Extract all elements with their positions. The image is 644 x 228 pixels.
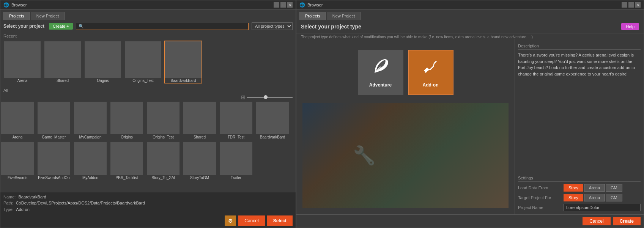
- select-button[interactable]: Select: [267, 215, 293, 226]
- recent-thumb-arena: [4, 41, 41, 78]
- size-slider[interactable]: [247, 97, 293, 98]
- right-subtitle: The project type defines what kind of mo…: [296, 33, 644, 39]
- wrench-icon: [422, 58, 440, 79]
- type-card-adventure[interactable]: Adventure: [358, 50, 403, 95]
- close-btn-right[interactable]: ✕: [635, 2, 641, 8]
- tab-new-project-right[interactable]: New Project: [327, 12, 361, 20]
- window-controls-left: ─ □ ✕: [274, 2, 293, 8]
- thumb-trailer: [220, 142, 252, 175]
- maximize-btn-right[interactable]: □: [628, 2, 634, 8]
- preview-overlay-icon: 🔧: [353, 145, 376, 166]
- all-section-label: All: [0, 86, 296, 93]
- description-section-label: Description: [518, 44, 641, 50]
- info-bar: Name: BaardvarkBard Path: C:/Develop/Dev…: [0, 192, 296, 214]
- right-main-content: Select your project type Help The projec…: [296, 20, 644, 228]
- close-btn-left[interactable]: ✕: [287, 2, 293, 8]
- project-arena[interactable]: Arena: [0, 101, 35, 140]
- target-gm-btn[interactable]: GM: [606, 194, 622, 201]
- left-main-content: Select your project Create + 🔍 All proje…: [0, 20, 296, 228]
- path-value: C:/Develop/Dev/LSProjects/Apps/DOS2/Data…: [16, 201, 145, 205]
- preview-background: 🔧: [302, 103, 509, 208]
- thumb-storytogm: [183, 142, 216, 175]
- search-icon: 🔍: [79, 24, 84, 29]
- search-input[interactable]: [85, 24, 246, 28]
- project-game-master[interactable]: Game_Master: [37, 101, 71, 140]
- project-trailer[interactable]: Trailer: [219, 142, 253, 181]
- thumb-fiveswords: [1, 142, 34, 175]
- recent-thumb-shared: [44, 41, 81, 78]
- recent-project-baardvark[interactable]: BaardvarkBard: [164, 41, 202, 83]
- label-origins: Origins: [121, 135, 133, 139]
- project-fiveswords[interactable]: FiveSwords: [0, 142, 35, 181]
- cancel-button-right[interactable]: Cancel: [583, 217, 610, 225]
- project-type-area: Adventure Add-on: [296, 39, 515, 214]
- project-origins-test[interactable]: Origins_Test: [146, 101, 180, 140]
- project-pbr-tacklist[interactable]: PBR_Tacklist: [110, 142, 144, 181]
- tab-projects-left[interactable]: Projects: [3, 12, 30, 20]
- project-shared[interactable]: Shared: [183, 101, 217, 140]
- label-story-to-gm: Story_To_GM: [151, 176, 175, 180]
- thumb-tdr-test: [220, 102, 252, 134]
- right-bottom-bar: Cancel Create: [296, 214, 644, 228]
- label-myaddon: MyAddon: [82, 176, 98, 180]
- thumb-mycampaign: [74, 102, 107, 134]
- minimize-btn-left[interactable]: ─: [274, 2, 279, 8]
- tab-projects-right[interactable]: Projects: [299, 12, 326, 20]
- maximize-btn-left[interactable]: □: [280, 2, 286, 8]
- size-slider-row: ⊞: [0, 93, 296, 101]
- thumb-story-to-gm: [147, 142, 180, 175]
- project-type-filter[interactable]: All project types: [252, 22, 293, 30]
- label-origins-test: Origins_Test: [153, 135, 174, 139]
- project-name-label: Project Name: [518, 205, 564, 210]
- project-story-to-gm[interactable]: Story_To_GM: [146, 142, 180, 181]
- recent-project-origins[interactable]: Origins: [84, 41, 122, 83]
- grid-icon: ⊞: [241, 94, 246, 100]
- cancel-button-left[interactable]: Cancel: [238, 215, 265, 226]
- load-gm-btn[interactable]: GM: [606, 184, 622, 192]
- minimize-btn-right[interactable]: ─: [622, 2, 627, 8]
- recent-thumb-baardvark: [165, 41, 202, 78]
- type-card-addon[interactable]: Add-on: [408, 50, 453, 95]
- thumb-pbr-tacklist: [110, 142, 143, 175]
- project-mycampaign[interactable]: MyCampaign: [73, 101, 107, 140]
- type-value: Add-on: [16, 207, 29, 212]
- window-controls-right: ─ □ ✕: [622, 2, 641, 8]
- project-myaddon[interactable]: MyAddon: [73, 142, 107, 181]
- right-tab-bar: Projects New Project: [296, 9, 644, 20]
- target-arena-btn[interactable]: Arena: [584, 194, 605, 201]
- settings-button[interactable]: ⚙: [225, 215, 236, 226]
- load-arena-btn[interactable]: Arena: [584, 184, 605, 192]
- create-button[interactable]: Create +: [49, 23, 73, 30]
- settings-section-label: Settings: [518, 176, 641, 182]
- label-trailer: Trailer: [231, 176, 241, 180]
- project-storytogm[interactable]: StoryToGM: [183, 142, 217, 181]
- label-pbr-tacklist: PBR_Tacklist: [116, 176, 138, 180]
- load-story-btn[interactable]: Story: [564, 184, 583, 192]
- type-options: Adventure Add-on: [299, 42, 512, 103]
- recent-label-arena: Arena: [17, 79, 28, 83]
- recent-projects-grid: Arena Shared Origins Origins_Test Baardv…: [0, 39, 296, 86]
- tab-new-project-left[interactable]: New Project: [31, 12, 65, 20]
- create-button-right[interactable]: Create: [613, 217, 641, 225]
- recent-project-origins-test[interactable]: Origins_Test: [124, 41, 162, 83]
- project-name-row: Project Name: [518, 204, 641, 211]
- project-name-input[interactable]: [564, 204, 641, 211]
- project-tdr-test[interactable]: TDR_Test: [219, 101, 253, 140]
- target-story-btn[interactable]: Story: [564, 194, 583, 201]
- info-type-row: Type: Add-on: [3, 206, 293, 213]
- path-label: Path:: [3, 201, 13, 205]
- svg-rect-1: [424, 67, 429, 72]
- thumb-origins-all: [110, 102, 143, 134]
- recent-project-arena[interactable]: Arena: [3, 41, 41, 83]
- thumb-fiveswords-and-on: [38, 142, 70, 175]
- project-fiveswords-and-on[interactable]: FiveSwordsAndOn: [37, 142, 71, 181]
- select-project-label: Select your project: [3, 24, 44, 29]
- right-browser-window: 🌐 Browser ─ □ ✕ Projects New Project Sel…: [296, 0, 644, 228]
- thumb-baardvark-all: [256, 102, 289, 134]
- project-baardvark-all[interactable]: BaardvarkBard: [255, 101, 290, 140]
- help-button[interactable]: Help: [621, 23, 639, 30]
- project-origins[interactable]: Origins: [110, 101, 144, 140]
- browser-icon-left: 🌐: [3, 2, 9, 8]
- recent-project-shared[interactable]: Shared: [44, 41, 82, 83]
- label-tdr-test: TDR_Test: [228, 135, 244, 139]
